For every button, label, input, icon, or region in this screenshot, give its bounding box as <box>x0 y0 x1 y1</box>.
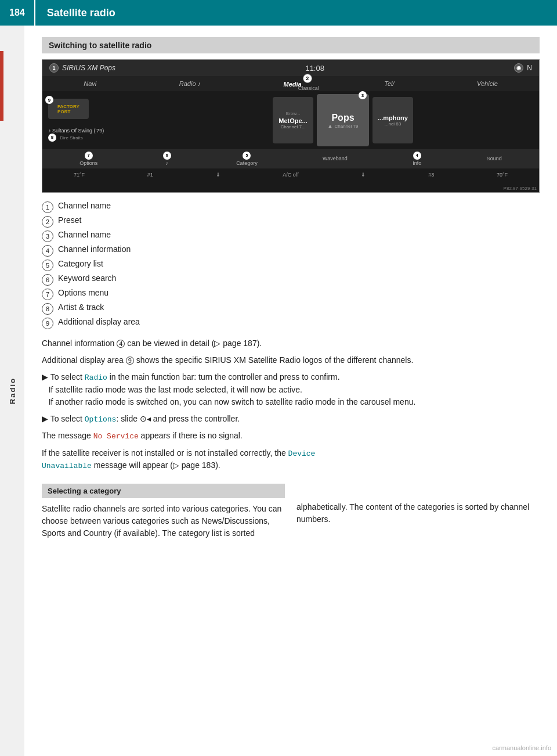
legend-item-9: 9 Additional display area <box>42 317 540 329</box>
ctrl-options: 7 Options <box>79 152 97 166</box>
page-number: 184 <box>0 0 35 26</box>
card-left: Brow... MetOpe... Channel 7... <box>273 97 313 143</box>
card-right-label: ...mphony <box>378 114 408 121</box>
circle-8: 8 <box>48 134 56 142</box>
legend-num-6: 6 <box>42 274 53 286</box>
ctrl-info: 4 Info <box>413 152 421 166</box>
legend-num-1: 1 <box>42 201 53 213</box>
legend-text-3: Channel name <box>58 230 111 239</box>
circle-2: 2 <box>303 74 312 83</box>
screen-controls: 7 Options 6 ♪ 5 Category Waveband 4 Info… <box>42 149 539 168</box>
screen-left-panel: FACTORYPORT 9 ♪ Sultans Of Swing ('79) 8… <box>42 91 147 149</box>
sidebar: Radio <box>0 26 24 756</box>
status-temp-left: 71°F <box>74 172 85 178</box>
body-para-4: ▶ To select Options: slide ⊙◂ and press … <box>42 413 540 426</box>
ctrl-options-label: Options <box>79 160 97 166</box>
ctrl-note-label: ♪ <box>165 160 168 166</box>
legend-num-7: 7 <box>42 289 53 300</box>
status-preset3: #3 <box>428 172 434 178</box>
legend-item-7: 7 Options menu <box>42 288 540 300</box>
bottom-section: Selecting a category Satellite radio cha… <box>42 484 540 544</box>
ctrl-sound-label: Sound <box>487 156 502 161</box>
legend-text-9: Additional display area <box>58 317 140 326</box>
card-center-label: Pops <box>331 113 354 123</box>
body-para-6: If the satellite receiver is not install… <box>42 447 540 472</box>
main-content: Switching to satellite radio 1 SIRIUS XM… <box>24 26 557 561</box>
legend-num-8: 8 <box>42 303 53 315</box>
selecting-category-header: Selecting a category <box>42 484 285 498</box>
legend-num-9: 9 <box>42 318 53 329</box>
circle-5: 5 <box>243 152 251 160</box>
screen-time: 11:08 <box>305 64 324 73</box>
ctrl-waveband: Waveband <box>323 156 348 161</box>
ctrl-info-label: Info <box>413 160 421 166</box>
body-para-5: The message No Service appears if there … <box>42 430 540 442</box>
legend-text-2: Preset <box>58 215 81 225</box>
legend-item-4: 4 Channel information <box>42 244 540 257</box>
circle-1: 1 <box>49 63 59 73</box>
card-left-label: MetOpe... <box>278 117 308 124</box>
nav-radio: Radio ♪ <box>179 80 201 87</box>
body-para-2: Additional display area 9 shows the spec… <box>42 354 540 366</box>
ctrl-category-label: Category <box>236 160 258 166</box>
legend-num-4: 4 <box>42 245 53 257</box>
circle-6: 6 <box>163 152 171 160</box>
screen-topbar: 1 SIRIUS XM Pops 11:08 ◉ N <box>42 60 539 76</box>
song-info: ♪ Sultans Of Swing ('79) 8 Dire Straits <box>48 128 141 142</box>
nav-tel: Tel/ <box>384 80 394 87</box>
legend-text-5: Category list <box>58 259 103 268</box>
nav-navi: Navi <box>84 80 96 87</box>
legend-item-8: 8 Artist & track <box>42 303 540 315</box>
card-left-sub: Channel 7... <box>280 124 305 129</box>
legend-item-1: 1 Channel name <box>42 201 540 213</box>
screen-mockup: 1 SIRIUS XM Pops 11:08 ◉ N Navi Radio ♪ … <box>42 59 540 193</box>
symbol-n: N <box>527 64 532 72</box>
legend-item-2: 2 Preset <box>42 215 540 228</box>
page-title: Satellite radio <box>35 7 115 19</box>
card-center-sub: Channel 79 <box>335 124 359 129</box>
legend-text-8: Artist & track <box>58 303 104 312</box>
screen-topbar-left: 1 SIRIUS XM Pops <box>49 63 115 73</box>
legend-num-5: 5 <box>42 260 53 271</box>
card-right: ...mphony ...nel 83 <box>372 97 413 143</box>
legend-item-6: 6 Keyword search <box>42 273 540 286</box>
legend-item-3: 3 Channel name <box>42 230 540 242</box>
legend-num-2: 2 <box>42 216 53 228</box>
circle-7: 7 <box>85 152 93 160</box>
screen-ref: P82.87-9529-31 <box>504 186 537 191</box>
body-para-3: ▶ To select Radio in the main function b… <box>42 371 540 408</box>
ctrl-sound: Sound <box>487 156 502 161</box>
channel-name-top: SIRIUS XM Pops <box>62 64 115 72</box>
sidebar-label: Radio <box>8 377 17 404</box>
circle-4: 4 <box>413 152 421 160</box>
status-arrow1: ⇓ <box>216 172 220 178</box>
bottom-right: alphabetically. The content of the categ… <box>296 484 540 544</box>
screen-statusbar: 71°F #1 ⇓ A/C off ⇓ #3 70°F <box>42 168 539 181</box>
watermark: carmanualonline.info <box>492 744 551 751</box>
body-para-1: Channel information 4 can be viewed in d… <box>42 337 540 350</box>
sidebar-accent <box>0 51 3 121</box>
legend-item-5: 5 Category list <box>42 259 540 271</box>
legend-text-4: Channel information <box>58 244 131 254</box>
status-arrow2: ⇓ <box>361 172 366 178</box>
status-preset1: #1 <box>147 172 153 178</box>
switching-section-header: Switching to satellite radio <box>42 37 540 53</box>
header-bar: 184 Satellite radio <box>0 0 557 26</box>
screen-nav-bar: Navi Radio ♪ Media 2 Classical Tel/ Vehi… <box>42 76 539 91</box>
track-info: 8 Dire Straits <box>48 134 141 142</box>
circle-9: 9 <box>45 96 53 104</box>
circle-wifi: ◉ <box>514 63 523 73</box>
circle-3: 3 <box>359 91 367 99</box>
selecting-right-text: alphabetically. The content of the categ… <box>296 501 540 525</box>
nav-vehicle: Vehicle <box>477 80 498 87</box>
card-right-sub: ...nel 83 <box>385 121 401 127</box>
legend-text-6: Keyword search <box>58 273 116 283</box>
legend-num-3: 3 <box>42 231 53 242</box>
legend-list: 1 Channel name 2 Preset 3 Channel name 4… <box>42 201 540 329</box>
ctrl-waveband-label: Waveband <box>323 156 348 161</box>
ctrl-note: 6 ♪ <box>163 152 171 166</box>
screen-middle: FACTORYPORT 9 ♪ Sultans Of Swing ('79) 8… <box>42 91 539 149</box>
selecting-left-text: Satellite radio channels are sorted into… <box>42 503 285 539</box>
bottom-left: Selecting a category Satellite radio cha… <box>42 484 285 544</box>
legend-text-1: Channel name <box>58 201 111 210</box>
